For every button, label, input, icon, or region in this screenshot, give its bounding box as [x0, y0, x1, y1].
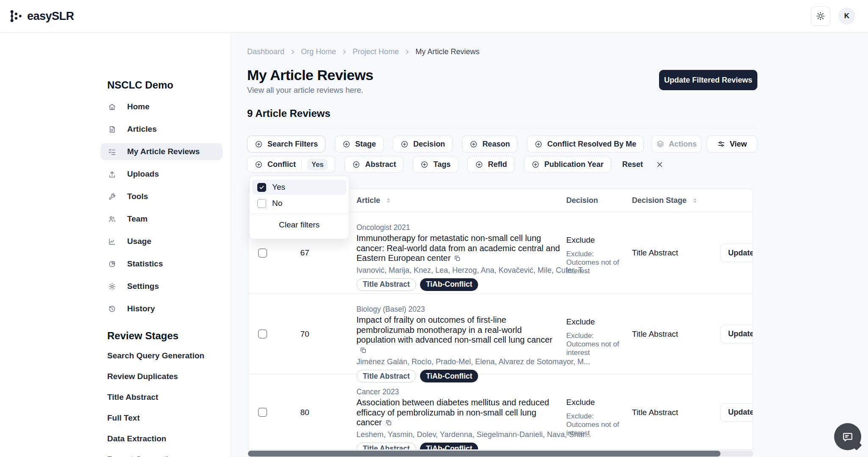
update-decision-button[interactable]: Update decision: [720, 403, 753, 422]
sidebar-item-statistics[interactable]: Statistics: [100, 255, 223, 272]
sidebar-item-history[interactable]: History: [100, 300, 223, 317]
sidebar-item-team[interactable]: Team: [100, 210, 223, 227]
breadcrumb-project-home[interactable]: Project Home: [353, 47, 399, 56]
circle-plus-icon: [401, 140, 409, 148]
sidebar-item-label: Home: [127, 102, 150, 111]
sidebar-item-my-article-reviews[interactable]: My Article Reviews: [100, 143, 223, 160]
sidebar-item-tools[interactable]: Tools: [100, 188, 223, 205]
badge-row: Title Abstract TiAb-Conflict: [356, 443, 561, 450]
chat-bubble-icon: [842, 431, 854, 443]
journal-link[interactable]: Biology (Basel) 2023: [356, 305, 561, 314]
horizontal-scrollbar-track[interactable]: [248, 451, 753, 457]
update-decision-button[interactable]: Update decision: [720, 325, 753, 343]
sidebar-item-home[interactable]: Home: [100, 98, 223, 115]
checkbox-checked-icon[interactable]: [257, 183, 266, 192]
conflict-filter-value: Yes: [307, 159, 328, 170]
reason-filter-chip[interactable]: Reason: [462, 136, 517, 152]
tags-filter-chip[interactable]: Tags: [413, 156, 458, 173]
checkbox-unchecked-icon[interactable]: [257, 199, 266, 208]
gear-icon: [108, 283, 116, 291]
breadcrumb-org-home[interactable]: Org Home: [301, 47, 336, 56]
upload-icon: [108, 170, 116, 178]
sidebar-item-uploads[interactable]: Uploads: [100, 166, 223, 183]
view-button[interactable]: View: [707, 136, 757, 152]
stage-item-search-query-generation[interactable]: Search Query Generation: [107, 349, 226, 362]
theme-toggle-button[interactable]: [811, 6, 830, 26]
column-label: Article: [356, 196, 380, 205]
home-icon: [108, 103, 116, 111]
column-header-decision-stage[interactable]: Decision Stage: [632, 189, 698, 212]
reset-filters-button[interactable]: Reset: [622, 160, 643, 169]
clear-filters-button[interactable]: Clear filters: [250, 214, 349, 236]
decision-cell: Exclude Exclude: Outcomes not of interes…: [566, 294, 621, 357]
horizontal-scrollbar-thumb[interactable]: [248, 451, 721, 457]
decision-cell: Exclude Exclude: Outcomes not of interes…: [566, 374, 621, 438]
circle-plus-icon: [255, 161, 263, 169]
stage-filter-chip[interactable]: Stage: [335, 136, 384, 152]
chevron-right-icon: [404, 49, 410, 55]
decision-stage-cell: Title Abstract: [632, 212, 704, 294]
sun-icon: [816, 11, 825, 21]
close-filters-icon[interactable]: [656, 161, 664, 169]
chat-widget-button[interactable]: [834, 423, 861, 450]
article-authors: Leshem, Yasmin, Dolev, Yardenna, Siegelm…: [356, 430, 561, 439]
actions-button-label: Actions: [669, 140, 697, 149]
row-checkbox[interactable]: [258, 249, 267, 258]
easyslr-logo-icon: [9, 9, 23, 23]
dropdown-option-no[interactable]: No: [252, 196, 346, 211]
sort-icon[interactable]: [385, 197, 392, 204]
stage-item-data-extraction[interactable]: Data Extraction: [107, 432, 226, 445]
chip-divider: [301, 160, 302, 169]
journal-link[interactable]: Oncologist 2021: [356, 223, 561, 232]
column-header-decision[interactable]: Decision: [566, 189, 598, 212]
stage-item-review-duplicates[interactable]: Review Duplicates: [107, 370, 226, 383]
row-id: 80: [279, 374, 330, 450]
abstract-filter-chip[interactable]: Abstract: [345, 156, 403, 173]
row-checkbox[interactable]: [258, 408, 267, 417]
decision-value: Exclude: [566, 235, 621, 245]
copy-icon[interactable]: [454, 255, 461, 262]
row-checkbox[interactable]: [258, 330, 267, 338]
filter-row-2: Conflict Yes Abstract Tags RefId Publica…: [247, 156, 664, 173]
copy-icon[interactable]: [385, 419, 392, 426]
stage-item-title-abstract[interactable]: Title Abstract: [107, 391, 226, 404]
sidebar-item-usage[interactable]: Usage: [100, 233, 223, 250]
stage-item-full-text[interactable]: Full Text: [107, 412, 226, 424]
chevron-right-icon: [341, 49, 348, 55]
review-stages-title: Review Stages: [107, 330, 178, 342]
journal-link[interactable]: Cancer 2023: [356, 388, 561, 396]
page-title: My Article Reviews: [247, 67, 373, 83]
decision-reason: Exclude: Outcomes not of interest: [566, 250, 621, 275]
conflict-resolved-filter-chip[interactable]: Conflict Resolved By Me: [527, 136, 644, 152]
circle-plus-icon: [352, 161, 360, 169]
sort-icon[interactable]: [692, 197, 698, 204]
actions-button[interactable]: Actions: [651, 136, 701, 152]
refid-filter-chip[interactable]: RefId: [467, 156, 515, 173]
row-checkbox-cell: [258, 374, 267, 450]
circle-plus-icon: [342, 140, 351, 148]
stage-badge: Title Abstract: [356, 443, 416, 450]
wrench-icon: [108, 193, 116, 201]
sidebar-item-articles[interactable]: Articles: [100, 121, 223, 138]
decision-filter-chip[interactable]: Decision: [393, 136, 453, 152]
conflict-filter-dropdown: Yes No Clear filters: [249, 176, 349, 239]
action-cell: Update decision: [720, 212, 753, 294]
search-filters-chip[interactable]: Search Filters: [247, 136, 326, 152]
view-button-label: View: [730, 140, 747, 149]
breadcrumb-dashboard[interactable]: Dashboard: [247, 47, 284, 56]
user-avatar[interactable]: K: [838, 8, 855, 25]
stage-item-report-generation[interactable]: Report Generation: [107, 453, 226, 457]
easyslr-logo[interactable]: easySLR: [9, 9, 74, 23]
update-decision-button[interactable]: Update decision: [720, 244, 753, 262]
column-header-article[interactable]: Article: [356, 189, 392, 212]
dropdown-option-yes[interactable]: Yes: [252, 180, 346, 195]
circle-plus-icon: [420, 161, 428, 169]
sidebar-item-settings[interactable]: Settings: [100, 278, 223, 295]
update-filtered-reviews-button[interactable]: Update Filtered Reviews: [659, 70, 757, 90]
publication-year-filter-chip[interactable]: Publication Year: [524, 156, 611, 173]
conflict-filter-chip-active[interactable]: Conflict Yes: [247, 156, 335, 173]
review-stages-list: Search Query Generation Review Duplicate…: [107, 349, 226, 457]
copy-icon[interactable]: [360, 347, 367, 354]
logo-text: easySLR: [27, 10, 74, 23]
usage-chart-icon: [108, 238, 116, 246]
